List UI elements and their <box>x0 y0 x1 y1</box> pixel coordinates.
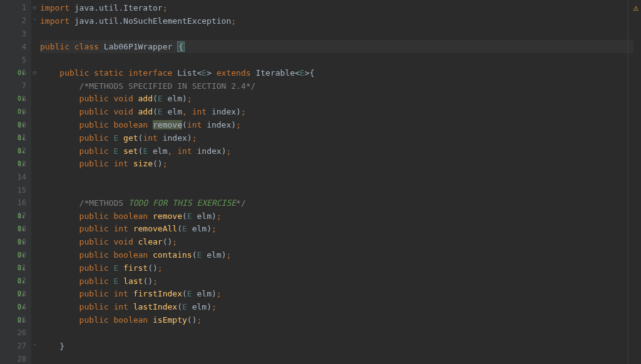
gutter-line[interactable]: 2⌃ <box>0 14 31 28</box>
code-line[interactable]: /*METHODS TODO FOR THIS EXERCISE*/ <box>40 196 641 210</box>
implement-icon[interactable]: O↓ <box>18 238 25 245</box>
code-line[interactable]: } <box>40 340 641 353</box>
token: boolean <box>113 120 153 129</box>
gutter-line[interactable]: O↓18 <box>0 223 31 236</box>
code-line[interactable]: public int lastIndex(E elm); <box>40 300 641 313</box>
code-area[interactable]: import java.util.Iterator;import java.ut… <box>31 0 641 364</box>
code-editor[interactable]: 1⊟2⌃345O↓6⊟7O↓8O↓9O↓10O↓11O↓12O↓13141516… <box>0 0 641 364</box>
implement-icon[interactable]: O↓ <box>18 225 25 232</box>
implement-icon[interactable]: O↓ <box>18 265 25 271</box>
code-line[interactable]: public int size(); <box>40 158 641 171</box>
code-line[interactable]: public E get(int index); <box>40 131 641 144</box>
gutter-line[interactable]: 14 <box>0 170 31 183</box>
line-number: 4 <box>22 43 26 51</box>
token: clear <box>138 237 163 246</box>
code-line[interactable] <box>40 170 641 183</box>
code-line[interactable]: public boolean contains(E elm); <box>40 248 641 261</box>
implement-icon[interactable]: O↓ <box>18 69 25 76</box>
code-line[interactable]: public int removeAll(E elm); <box>40 223 641 236</box>
gutter-line[interactable]: 15 <box>0 183 31 196</box>
code-line[interactable]: public void clear(); <box>40 235 641 248</box>
implement-icon[interactable]: O↓ <box>18 251 25 258</box>
gutter-line[interactable]: 4 <box>0 40 31 53</box>
gutter-line[interactable]: 16 <box>0 196 31 210</box>
code-line[interactable]: public int firstIndex(E elm); <box>40 288 641 301</box>
line-number: 26 <box>18 328 26 337</box>
code-line[interactable]: public void add(E elm); <box>40 93 641 106</box>
implement-icon[interactable]: O↓ <box>18 148 25 154</box>
gutter-line[interactable]: O↓8 <box>0 93 31 106</box>
implement-icon[interactable]: O↓ <box>18 121 25 128</box>
token: E <box>158 107 163 116</box>
gutter-line[interactable]: O↓21 <box>0 261 31 275</box>
token: ; <box>187 94 192 103</box>
token: () <box>163 237 173 246</box>
implement-icon[interactable]: O↓ <box>18 303 25 310</box>
gutter-line[interactable]: O↓19 <box>0 235 31 248</box>
gutter-line[interactable]: O↓17 <box>0 210 31 223</box>
implement-icon[interactable]: O↓ <box>18 290 25 297</box>
code-line[interactable]: public boolean isEmpty(); <box>40 313 641 326</box>
code-line[interactable]: import java.util.Iterator; <box>40 1 641 14</box>
token: elm <box>148 146 167 156</box>
implement-icon[interactable]: O↓ <box>18 278 25 285</box>
token: ( <box>182 211 187 221</box>
token: () <box>143 276 153 286</box>
gutter-line[interactable]: 1⊟ <box>0 1 31 14</box>
gutter-line[interactable]: O↓13 <box>0 158 31 171</box>
gutter-line[interactable]: O↓24 <box>0 300 31 313</box>
gutter-line[interactable]: O↓12 <box>0 144 31 158</box>
code-line[interactable]: public boolean remove(int index); <box>40 118 641 131</box>
gutter-line[interactable]: O↓6⊟ <box>0 66 31 79</box>
code-line[interactable] <box>40 183 641 196</box>
gutter-line[interactable]: O↓23 <box>0 288 31 301</box>
warning-icon[interactable]: ⚠ <box>633 3 638 13</box>
gutter-line[interactable]: 7 <box>0 79 31 93</box>
code-line[interactable]: public class Lab06P1Wrapper { <box>40 40 641 53</box>
gutter-line[interactable]: 28 <box>0 353 31 364</box>
code-line[interactable]: public boolean remove(E elm); <box>40 210 641 223</box>
implement-icon[interactable]: O↓ <box>18 316 25 323</box>
token: public <box>40 211 113 221</box>
implement-icon[interactable]: O↓ <box>18 108 25 115</box>
token: E <box>113 146 118 156</box>
code-line[interactable] <box>40 326 641 340</box>
token: public <box>40 94 113 103</box>
implement-icon[interactable]: O↓ <box>18 213 25 220</box>
implement-icon[interactable]: O↓ <box>18 160 25 167</box>
code-line[interactable]: public E last(); <box>40 275 641 288</box>
code-line[interactable]: import java.util.NoSuchElementException; <box>40 14 641 28</box>
implement-icon[interactable]: O↓ <box>18 134 25 141</box>
code-line[interactable] <box>40 53 641 66</box>
code-line[interactable] <box>40 353 641 364</box>
token: java.util.NoSuchElementException <box>74 16 231 26</box>
gutter-line[interactable]: 27⌃ <box>0 340 31 353</box>
gutter-line[interactable]: O↓20 <box>0 248 31 261</box>
implement-icon[interactable]: O↓ <box>18 95 25 102</box>
token: boolean <box>113 315 153 325</box>
code-line[interactable]: /*METHODS SPECIFIED IN SECTION 2.4*/ <box>40 79 641 93</box>
gutter-line[interactable]: O↓9 <box>0 105 31 118</box>
gutter-line[interactable]: O↓22 <box>0 275 31 288</box>
token: E <box>113 263 118 273</box>
token: E <box>182 302 187 311</box>
gutter-line[interactable]: O↓25 <box>0 313 31 326</box>
gutter-line[interactable]: O↓10 <box>0 118 31 131</box>
code-line[interactable]: public void add(E elm, int index); <box>40 105 641 118</box>
code-line[interactable]: public E first(); <box>40 261 641 275</box>
code-line[interactable]: public E set(E elm, int index); <box>40 144 641 158</box>
gutter-line[interactable]: O↓11 <box>0 131 31 144</box>
code-line[interactable] <box>40 28 641 41</box>
right-margin-line <box>628 0 628 364</box>
gutter-line[interactable]: 5 <box>0 53 31 66</box>
gutter-line[interactable]: 3 <box>0 28 31 41</box>
token: ; <box>236 120 241 129</box>
line-number: 27 <box>18 341 26 350</box>
token: E <box>143 146 148 156</box>
token: last <box>118 276 143 286</box>
token: ) <box>207 224 212 233</box>
code-line[interactable]: public static interface List<E> extends … <box>40 66 641 79</box>
gutter-line[interactable]: 26 <box>0 326 31 340</box>
scrollbar-track[interactable]: ⚠ <box>633 0 641 364</box>
token: E <box>187 211 192 221</box>
